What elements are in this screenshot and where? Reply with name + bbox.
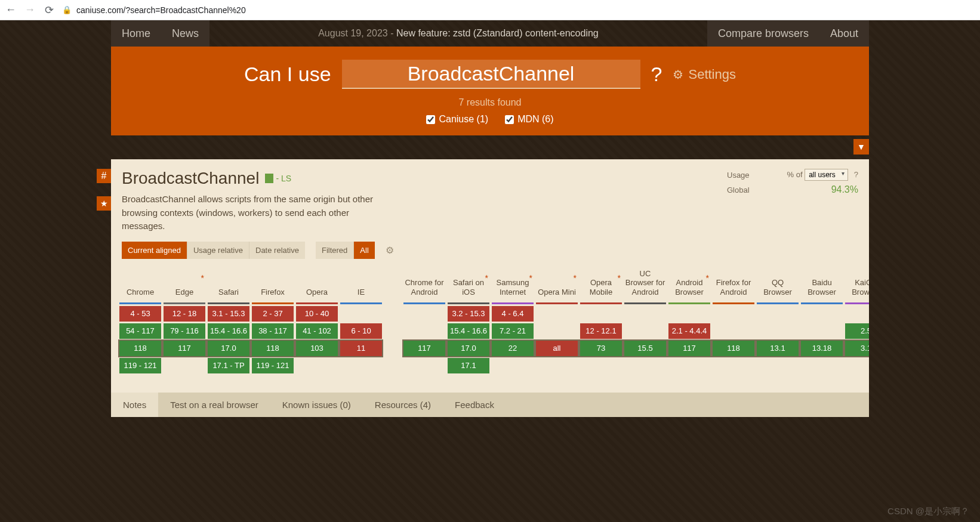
browser-header[interactable]: Opera (296, 265, 338, 301)
btn-date-relative[interactable]: Date relative (249, 242, 305, 259)
settings-link[interactable]: ⚙ Settings (673, 67, 736, 82)
version-cell[interactable]: 3.1 - 15.3 (208, 306, 249, 322)
browser-header[interactable]: IE (340, 265, 382, 301)
version-cell[interactable]: 54 - 117 (119, 323, 161, 339)
version-cell[interactable]: 3.1 (845, 341, 869, 356)
search-input[interactable] (342, 60, 640, 89)
version-cell[interactable]: 13.1 (757, 341, 799, 356)
version-cell[interactable]: 73 (580, 341, 622, 356)
version-cell[interactable]: 12 - 12.1 (580, 323, 622, 339)
version-cell[interactable]: 17.1 (448, 358, 489, 373)
browser-header[interactable]: UC Browser for Android (624, 265, 666, 301)
tab-test[interactable]: Test on a real browser (158, 393, 270, 417)
version-cell[interactable]: 6 - 10 (340, 323, 382, 339)
browser-header[interactable]: KaiOS Browser (845, 265, 869, 301)
version-cell[interactable]: 117 (403, 341, 445, 356)
back-button[interactable]: ← (5, 4, 17, 16)
browser-header[interactable]: Safari (208, 265, 249, 301)
version-cell (536, 323, 578, 339)
reload-button[interactable]: ⟳ (43, 4, 55, 17)
browser-header[interactable]: Chrome (119, 265, 161, 301)
browser-header[interactable]: Edge* (164, 265, 205, 301)
url-bar[interactable]: 🔒 caniuse.com/?search=BroadcastChannel%2… (62, 5, 246, 15)
version-cell[interactable]: 79 - 116 (164, 323, 205, 339)
help-icon[interactable]: ? (854, 170, 858, 179)
version-cell[interactable]: 119 - 121 (119, 358, 161, 373)
version-cell[interactable]: 41 - 102 (296, 323, 338, 339)
tab-issues[interactable]: Known issues (0) (270, 393, 363, 417)
version-cell[interactable]: all (536, 341, 578, 356)
browser-header[interactable]: Baidu Browser (801, 265, 843, 301)
browser-header[interactable]: Android Browser* (668, 265, 710, 301)
feature-title: BroadcastChannel - LS (122, 169, 727, 188)
browser-header[interactable]: Safari on iOS* (448, 265, 489, 301)
browser-header[interactable]: Firefox (252, 265, 294, 301)
browser-header[interactable]: Opera Mobile* (580, 265, 622, 301)
filter-caniuse[interactable]: Caniuse (1) (426, 114, 488, 125)
version-cell[interactable]: 12 - 18 (164, 306, 205, 322)
version-cell[interactable]: 3.2 - 15.3 (448, 306, 489, 322)
version-cell[interactable]: 118 (119, 341, 161, 356)
browser-header[interactable]: Opera Mini* (536, 265, 578, 301)
version-cell[interactable]: 103 (296, 341, 338, 356)
document-icon (265, 174, 273, 183)
version-cell[interactable]: 118 (252, 341, 294, 356)
browser-header[interactable]: QQ Browser (757, 265, 799, 301)
ls-badge[interactable]: - LS (265, 174, 291, 183)
btn-usage-relative[interactable]: Usage relative (187, 242, 249, 259)
version-cell[interactable]: 15.4 - 16.6 (448, 323, 489, 339)
btn-all[interactable]: All (354, 242, 374, 259)
version-cell (713, 306, 754, 322)
tabs: Notes Test on a real browser Known issue… (111, 393, 869, 417)
browser-column: Android Browser*2.1 - 4.4.4117 (668, 265, 710, 373)
version-cell[interactable]: 10 - 40 (296, 306, 338, 322)
version-cell[interactable]: 2.5 (845, 323, 869, 339)
version-cell[interactable]: 2 - 37 (252, 306, 294, 322)
nav-compare[interactable]: Compare browsers (707, 20, 819, 47)
version-cell[interactable]: 17.0 (208, 341, 249, 356)
nav-news[interactable]: News (161, 20, 209, 47)
browser-header[interactable]: Samsung Internet* (492, 265, 534, 301)
tab-resources[interactable]: Resources (4) (363, 393, 443, 417)
version-cell[interactable]: 11 (340, 341, 382, 356)
browser-header[interactable]: Chrome for Android (403, 265, 445, 301)
browser-header[interactable]: Firefox for Android (713, 265, 754, 301)
view-settings-icon[interactable]: ⚙ (386, 245, 394, 256)
btn-filtered[interactable]: Filtered (316, 242, 354, 259)
usage-select[interactable]: all users (805, 169, 848, 181)
version-cell[interactable]: 2.1 - 4.4.4 (668, 323, 710, 339)
version-cell[interactable]: 117 (668, 341, 710, 356)
version-cell[interactable]: 38 - 117 (252, 323, 294, 339)
version-cell[interactable]: 17.0 (448, 341, 489, 356)
version-cell[interactable]: 4 - 6.4 (492, 306, 534, 322)
tab-feedback[interactable]: Feedback (443, 393, 506, 417)
version-cell[interactable]: 119 - 121 (252, 358, 294, 373)
browser-column: Opera Mini*all (536, 265, 578, 373)
version-cell[interactable]: 17.1 - TP (208, 358, 249, 373)
nav-home[interactable]: Home (111, 20, 161, 47)
filter-mdn[interactable]: MDN (6) (505, 114, 553, 125)
nav-about[interactable]: About (819, 20, 869, 47)
version-cell[interactable]: 118 (713, 341, 754, 356)
filter-icon[interactable]: ▼ (853, 139, 869, 155)
star-button[interactable]: ★ (97, 196, 111, 211)
news-bar[interactable]: August 19, 2023 - New feature: zstd (Zst… (209, 28, 707, 39)
top-nav: Home News August 19, 2023 - New feature:… (111, 20, 869, 47)
global-label: Global (727, 186, 750, 194)
hash-link[interactable]: # (97, 169, 111, 183)
usage-box: Usage % of all users ? Global 94.3% (727, 169, 858, 199)
version-cell[interactable]: 4 - 53 (119, 306, 161, 322)
version-cell[interactable]: 13.18 (801, 341, 843, 356)
btn-current-aligned[interactable]: Current aligned (122, 242, 187, 259)
tab-notes[interactable]: Notes (111, 393, 158, 417)
version-cell (624, 323, 666, 339)
version-cell[interactable]: 15.5 (624, 341, 666, 356)
version-cell[interactable]: 117 (164, 341, 205, 356)
version-cell[interactable]: 15.4 - 16.6 (208, 323, 249, 339)
version-cell[interactable]: 7.2 - 21 (492, 323, 534, 339)
url-text: caniuse.com/?search=BroadcastChannel%20 (76, 5, 246, 15)
version-cell[interactable]: 22 (492, 341, 534, 356)
browser-column: Opera10 - 4041 - 102103 (296, 265, 338, 373)
hero-prefix: Can I use (244, 63, 331, 86)
forward-button[interactable]: → (24, 4, 36, 16)
